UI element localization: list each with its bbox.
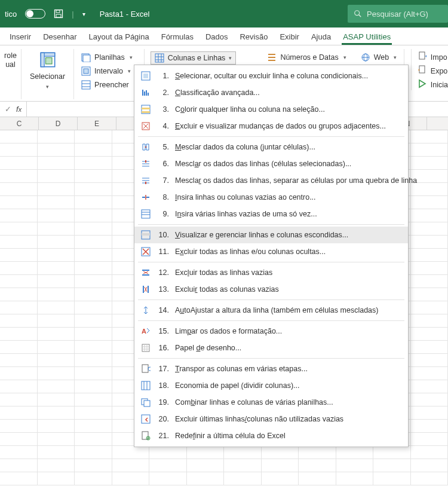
- cell[interactable]: [0, 407, 38, 419]
- cell[interactable]: [224, 446, 262, 459]
- cell[interactable]: [411, 367, 449, 380]
- web-button[interactable]: Web▾: [360, 51, 398, 63]
- tab-revisão[interactable]: Revisão: [234, 29, 274, 45]
- tab-ajuda[interactable]: Ajuda: [305, 29, 337, 45]
- menu-item-4[interactable]: 4.Excluir e visualizar mudanças de dados…: [134, 118, 408, 135]
- export-button[interactable]: Expo: [418, 65, 448, 77]
- cell[interactable]: [38, 420, 75, 432]
- planilhas-button[interactable]: Planilhas▾: [80, 51, 134, 63]
- cell[interactable]: [0, 236, 38, 248]
- cell[interactable]: [75, 380, 112, 393]
- cell[interactable]: [75, 407, 112, 419]
- preencher-button[interactable]: Preencher▾: [80, 79, 138, 91]
- cell[interactable]: [411, 354, 449, 366]
- menu-item-17[interactable]: 17.Transpor as colunas em várias etapas.…: [134, 360, 408, 377]
- cell[interactable]: [0, 328, 38, 340]
- cell[interactable]: [411, 196, 449, 209]
- cell[interactable]: [411, 143, 449, 156]
- cell[interactable]: [0, 393, 38, 406]
- cell[interactable]: [0, 314, 38, 327]
- cell[interactable]: [224, 459, 262, 472]
- menu-item-9[interactable]: 9.Insira várias linhas vazias de uma só …: [134, 206, 408, 222]
- cell[interactable]: [38, 367, 75, 380]
- cell[interactable]: [38, 262, 75, 274]
- import-button[interactable]: Impo: [418, 51, 448, 63]
- cell[interactable]: [75, 288, 112, 301]
- fx-label[interactable]: fx: [16, 105, 26, 114]
- cell[interactable]: [38, 433, 75, 445]
- cell[interactable]: [38, 459, 75, 472]
- cell[interactable]: [112, 472, 150, 485]
- cell[interactable]: [0, 446, 38, 459]
- cell[interactable]: [149, 459, 187, 472]
- cell[interactable]: [38, 301, 75, 314]
- cell[interactable]: [75, 433, 112, 445]
- cell[interactable]: [0, 196, 38, 209]
- cell[interactable]: [38, 314, 75, 327]
- cell[interactable]: [411, 314, 449, 327]
- cell[interactable]: [187, 472, 225, 485]
- cell[interactable]: [411, 380, 449, 393]
- cell[interactable]: [0, 433, 38, 445]
- menu-item-19[interactable]: 19.Combinar linhas e colunas de várias p…: [134, 394, 408, 411]
- menu-item-14[interactable]: 14.AutoAjustar a altura da linha (também…: [134, 302, 408, 319]
- cell[interactable]: [0, 380, 38, 393]
- cell[interactable]: [75, 222, 112, 235]
- cell[interactable]: [0, 367, 38, 380]
- cell[interactable]: [38, 354, 75, 366]
- menu-item-18[interactable]: 18.Economia de papel (dividir colunas)..…: [134, 377, 408, 394]
- cell[interactable]: [75, 314, 112, 327]
- cell[interactable]: [75, 354, 112, 366]
- cell[interactable]: [336, 459, 374, 472]
- menu-item-12[interactable]: 12.Excluir todas as linhas vazias: [134, 264, 408, 281]
- cell[interactable]: [75, 209, 112, 222]
- cell[interactable]: [262, 459, 299, 472]
- cell[interactable]: [75, 183, 112, 195]
- select-button[interactable]: Selecionar ▾: [27, 50, 67, 91]
- cell[interactable]: [0, 472, 38, 485]
- cell[interactable]: [75, 130, 112, 143]
- cell[interactable]: [0, 301, 38, 314]
- menu-item-8[interactable]: 8.Insira linhas ou colunas vazias ao cen…: [134, 189, 408, 206]
- cell[interactable]: [38, 196, 75, 209]
- cell[interactable]: [38, 183, 75, 195]
- cell[interactable]: [411, 183, 449, 195]
- cell[interactable]: [0, 209, 38, 222]
- cell[interactable]: [75, 143, 112, 156]
- cell[interactable]: [0, 249, 38, 261]
- column-header[interactable]: C: [0, 117, 39, 130]
- cell[interactable]: [75, 459, 112, 472]
- cell[interactable]: [411, 209, 449, 222]
- cell[interactable]: [38, 341, 75, 353]
- cell[interactable]: [75, 262, 112, 274]
- cell[interactable]: [336, 446, 374, 459]
- menu-item-10[interactable]: 10.Visualizar e gerenciar linhas e colun…: [134, 227, 408, 243]
- column-header[interactable]: E: [78, 117, 116, 130]
- cell[interactable]: [75, 170, 112, 182]
- cell[interactable]: [38, 393, 75, 406]
- big-button-a[interactable]: roleual: [2, 50, 19, 71]
- cell[interactable]: [0, 262, 38, 274]
- cell[interactable]: [411, 407, 449, 419]
- cell[interactable]: [373, 446, 411, 459]
- cell[interactable]: [373, 472, 411, 485]
- menu-item-1[interactable]: 1.Selecionar, ocultar ou excluir linha e…: [134, 68, 408, 84]
- cell[interactable]: [224, 472, 262, 485]
- cell[interactable]: [75, 328, 112, 340]
- cell[interactable]: [75, 236, 112, 248]
- cell[interactable]: [75, 472, 112, 485]
- cell[interactable]: [75, 157, 112, 169]
- tab-desenhar[interactable]: Desenhar: [37, 29, 82, 45]
- search-box[interactable]: Pesquisar (Alt+G): [348, 5, 448, 23]
- cell[interactable]: [149, 472, 187, 485]
- menu-item-13[interactable]: 13.Excluir todas as colunas vazias: [134, 281, 408, 298]
- cell[interactable]: [373, 459, 411, 472]
- cell[interactable]: [0, 275, 38, 288]
- cell[interactable]: [0, 143, 38, 156]
- cell[interactable]: [0, 459, 38, 472]
- cell[interactable]: [75, 341, 112, 353]
- cell[interactable]: [38, 236, 75, 248]
- cell[interactable]: [75, 275, 112, 288]
- menu-item-2[interactable]: 2.Classificação avançada...: [134, 84, 408, 101]
- tab-exibir[interactable]: Exibir: [274, 29, 305, 45]
